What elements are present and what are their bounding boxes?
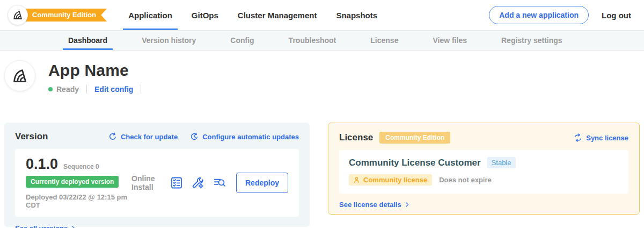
subtab-troubleshoot[interactable]: Troubleshoot <box>283 31 342 50</box>
configure-automatic-updates-link[interactable]: Configure automatic updates <box>189 132 299 141</box>
install-type-label: Online Install <box>131 174 161 191</box>
tab-snapshots[interactable]: Snapshots <box>331 0 383 30</box>
primary-nav: Application GitOps Cluster Management Sn… <box>123 0 383 30</box>
status-dot <box>48 87 53 91</box>
sync-icon <box>573 133 583 142</box>
preflight-checks-button[interactable] <box>170 176 184 190</box>
license-card-title: License <box>339 132 373 143</box>
version-card-header: Version Check for update Configure au <box>15 131 299 142</box>
auto-update-icon <box>189 132 199 141</box>
see-all-versions-label: See all versions <box>15 224 68 228</box>
license-card: License Community Edition Sync license C… <box>328 123 640 215</box>
version-info: 0.1.0 Sequence 0 Currently deployed vers… <box>26 156 131 209</box>
sync-license-link[interactable]: Sync license <box>573 133 628 142</box>
tab-application[interactable]: Application <box>123 0 178 30</box>
license-detail-box: Community License Customer Stable Commun… <box>339 150 628 194</box>
see-all-versions-link[interactable]: See all versions <box>15 224 299 228</box>
deployed-timestamp: Deployed 03/22/22 @ 12:15 pm CDT <box>26 193 131 209</box>
divider <box>141 85 141 94</box>
secondary-nav: Dashboard Version history Config Trouble… <box>0 30 644 51</box>
subtab-version-history[interactable]: Version history <box>136 31 201 50</box>
license-card-header: License Community Edition Sync license <box>339 132 628 144</box>
logs-search-icon <box>213 176 226 190</box>
redeploy-button[interactable]: Redeploy <box>236 173 288 193</box>
version-number: 0.1.0 <box>26 156 58 173</box>
customer-row: Community License Customer Stable <box>349 157 619 168</box>
chevron-right-icon <box>70 225 77 228</box>
license-type-tag: Community license <box>349 174 432 186</box>
divider <box>86 85 87 94</box>
app-header: App Name Ready Edit config <box>0 51 644 115</box>
status-badge: Ready <box>56 85 79 94</box>
view-files-button[interactable] <box>213 176 226 190</box>
app-status-row: Ready Edit config <box>48 85 149 94</box>
version-number-row: 0.1.0 Sequence 0 <box>26 156 131 173</box>
tab-cluster-management[interactable]: Cluster Management <box>232 0 323 30</box>
wrench-gear-icon <box>191 176 205 190</box>
currently-deployed-badge: Currently deployed version <box>26 176 119 188</box>
app-header-text: App Name Ready Edit config <box>48 60 149 115</box>
edit-config-button[interactable] <box>191 176 205 190</box>
see-license-details-link[interactable]: See license details <box>339 201 628 209</box>
chevron-right-icon <box>404 201 411 208</box>
replicated-logo[interactable] <box>8 5 28 25</box>
top-nav-right: Add a new application Log out <box>489 0 631 30</box>
subtab-config[interactable]: Config <box>225 31 259 50</box>
brand: Community Edition <box>8 0 107 30</box>
sync-license-label: Sync license <box>586 134 628 142</box>
top-nav: Community Edition Application GitOps Clu… <box>0 0 644 30</box>
channel-badge: Stable <box>487 157 516 168</box>
person-icon <box>353 176 361 184</box>
page-title: App Name <box>48 61 149 80</box>
logout-link[interactable]: Log out <box>602 11 631 20</box>
community-edition-badge: Community Edition <box>379 132 450 144</box>
see-license-details-label: See license details <box>339 201 401 209</box>
check-for-update-label: Check for update <box>121 133 178 141</box>
refresh-icon <box>108 132 118 141</box>
current-version-box: 0.1.0 Sequence 0 Currently deployed vers… <box>15 149 299 217</box>
version-actions: Online Install <box>131 173 288 193</box>
subtab-dashboard[interactable]: Dashboard <box>63 31 113 50</box>
sequence-label: Sequence 0 <box>63 163 99 170</box>
subtab-license[interactable]: License <box>365 31 404 50</box>
replicated-logo-icon <box>12 9 24 21</box>
dashboard-cards: Version Check for update Configure au <box>0 115 644 227</box>
add-application-button[interactable]: Add a new application <box>489 6 589 24</box>
version-card-links: Check for update Configure automatic upd… <box>108 132 299 141</box>
license-type-label: Community license <box>363 176 427 184</box>
checklist-icon <box>170 176 184 190</box>
tab-gitops[interactable]: GitOps <box>186 0 224 30</box>
configure-automatic-updates-label: Configure automatic updates <box>202 133 299 141</box>
version-card: Version Check for update Configure au <box>4 123 310 227</box>
app-logo <box>4 60 35 91</box>
check-for-update-link[interactable]: Check for update <box>108 132 178 141</box>
expiration-text: Does not expire <box>439 176 492 184</box>
version-card-title: Version <box>15 131 48 142</box>
edit-config-link[interactable]: Edit config <box>94 85 133 94</box>
replicated-logo-icon <box>11 67 29 85</box>
license-card-title-group: License Community Edition <box>339 132 450 144</box>
subtab-registry-settings[interactable]: Registry settings <box>496 31 568 50</box>
subtab-view-files[interactable]: View files <box>427 31 472 50</box>
community-edition-banner: Community Edition <box>15 9 107 22</box>
license-type-row: Community license Does not expire <box>349 174 619 186</box>
customer-name: Community License Customer <box>349 158 481 168</box>
